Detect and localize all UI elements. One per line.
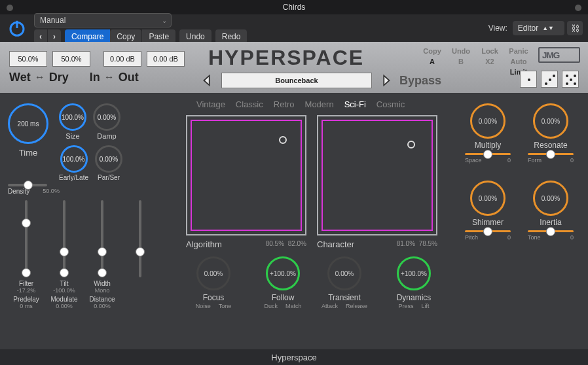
dynamics-knob[interactable]: +100.0%DynamicsPressLift bbox=[388, 256, 440, 309]
view-select[interactable]: Editor ▲▼ bbox=[513, 21, 564, 35]
plugin-header: 50.0% 50.0% 0.00 dB 0.00 dB Wet ↔ Dry In… bbox=[0, 42, 588, 93]
plugin-body: Vintage Classic Retro Modern Sci-Fi Cosm… bbox=[0, 93, 588, 365]
algorithm-pad[interactable]: Algorithm 80.5% 82.0% bbox=[186, 115, 306, 249]
preset-display[interactable]: Bounceback bbox=[221, 73, 372, 88]
hdr-auto[interactable]: Auto bbox=[504, 56, 533, 67]
character-pad[interactable]: Character 81.0% 78.5% bbox=[317, 115, 437, 249]
view-label: View: bbox=[488, 24, 507, 33]
predelay-filter-slider[interactable]: Filter-17.2% Predelay0 ms bbox=[8, 200, 45, 309]
out-label: Out bbox=[119, 71, 139, 84]
power-button[interactable] bbox=[5, 16, 29, 40]
hdr-x2[interactable]: X2 bbox=[475, 56, 504, 67]
tab-classic[interactable]: Classic bbox=[236, 99, 263, 109]
space-slider[interactable] bbox=[465, 153, 511, 155]
dice-3-button[interactable] bbox=[541, 71, 558, 88]
wet-value-box[interactable]: 50.0% bbox=[9, 51, 47, 67]
tab-retro[interactable]: Retro bbox=[274, 99, 295, 109]
inertia-knob[interactable]: 0.00% Inertia Tone0 bbox=[523, 181, 579, 241]
focus-knob[interactable]: 0.00%FocusNoiseTone bbox=[187, 256, 240, 309]
distance-width-slider[interactable]: WidthMono Distance0.00% bbox=[84, 200, 120, 309]
tab-cosmic[interactable]: Cosmic bbox=[377, 99, 405, 109]
damp-knob[interactable]: 0.00%Damp bbox=[93, 103, 120, 140]
hdr-lock[interactable]: Lock bbox=[475, 46, 504, 56]
wet-label: Wet bbox=[9, 71, 31, 84]
form-slider[interactable] bbox=[528, 153, 574, 155]
follow-knob[interactable]: +100.0%FollowDuckMatch bbox=[257, 256, 309, 309]
dice-1-button[interactable] bbox=[520, 71, 537, 88]
early-late-knob[interactable]: 100.0%Early/Late bbox=[59, 145, 88, 181]
hdr-a[interactable]: A bbox=[418, 56, 447, 67]
multiply-knob[interactable]: 0.00% Multiply Space0 bbox=[460, 103, 516, 164]
preset-name: Manual bbox=[40, 16, 65, 25]
transient-knob[interactable]: 0.00%TransientAttackRelease bbox=[318, 256, 371, 309]
hdr-copy[interactable]: Copy bbox=[418, 46, 447, 56]
pitch-slider[interactable] bbox=[465, 230, 511, 232]
footer-title: Hyperspace bbox=[0, 349, 588, 365]
host-toolbar: Manual ⌄ ‹ › Compare Copy Paste Undo Red… bbox=[0, 14, 588, 42]
traffic-light-left[interactable] bbox=[7, 5, 13, 11]
preset-next-button[interactable] bbox=[377, 72, 394, 89]
brand-logo: JMG bbox=[538, 47, 580, 63]
link-button[interactable]: ⛓ bbox=[567, 21, 583, 35]
mode-tabs: Vintage Classic Retro Modern Sci-Fi Cosm… bbox=[196, 99, 405, 109]
dry-value-box[interactable]: 50.0% bbox=[52, 51, 90, 67]
out-value-box[interactable]: 0.00 dB bbox=[147, 51, 185, 67]
traffic-light-right[interactable] bbox=[575, 5, 581, 11]
titlebar: Chirds bbox=[0, 0, 588, 14]
tab-vintage[interactable]: Vintage bbox=[196, 99, 225, 109]
extra-slider[interactable] bbox=[122, 200, 158, 309]
par-ser-knob[interactable]: 0.00%Par/Ser bbox=[95, 145, 122, 181]
dry-label: Dry bbox=[49, 71, 69, 84]
shimmer-knob[interactable]: 0.00% Shimmer Pitch0 bbox=[460, 181, 516, 241]
in-value-box[interactable]: 0.00 dB bbox=[103, 51, 141, 67]
swap-icon[interactable]: ↔ bbox=[35, 71, 45, 83]
chevron-down-icon: ⌄ bbox=[162, 17, 167, 24]
resonate-knob[interactable]: 0.00% Resonate Form0 bbox=[523, 103, 579, 164]
header-actions: Copy Undo Lock Panic A B X2 Auto Limit bbox=[418, 46, 533, 77]
time-knob[interactable]: 200 ms Time bbox=[8, 103, 48, 158]
preset-select[interactable]: Manual ⌄ bbox=[34, 13, 172, 27]
swap-icon[interactable]: ↔ bbox=[104, 71, 115, 83]
tab-modern[interactable]: Modern bbox=[305, 99, 334, 109]
window-title: Chirds bbox=[283, 3, 306, 12]
hdr-b[interactable]: B bbox=[447, 56, 475, 67]
svg-text:JMG: JMG bbox=[542, 50, 560, 60]
tab-scifi[interactable]: Sci-Fi bbox=[344, 99, 366, 109]
size-knob[interactable]: 100.0%Size bbox=[59, 103, 86, 140]
dice-5-button[interactable] bbox=[562, 71, 579, 88]
density-slider[interactable]: Density50.0% bbox=[8, 184, 54, 195]
tone-slider[interactable] bbox=[528, 230, 574, 232]
preset-prev-button[interactable] bbox=[199, 72, 216, 89]
hdr-undo[interactable]: Undo bbox=[447, 46, 475, 56]
in-label: In bbox=[90, 71, 100, 84]
modulate-tilt-slider[interactable]: Tilt-100.0% Modulate0.00% bbox=[46, 200, 83, 309]
hdr-panic[interactable]: Panic bbox=[504, 46, 533, 56]
plugin-title: HYPERSPACE bbox=[208, 46, 364, 70]
